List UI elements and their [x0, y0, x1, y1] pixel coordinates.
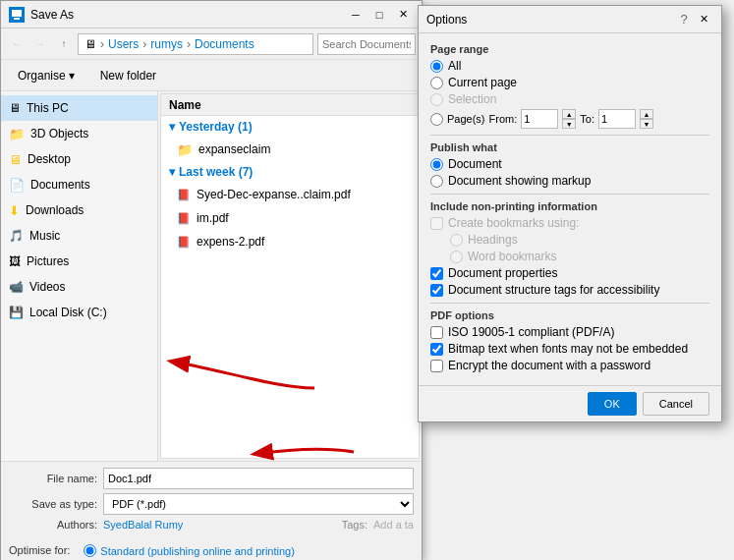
savetype-select[interactable]: PDF (*.pdf) — [103, 493, 414, 515]
search-input[interactable] — [317, 33, 416, 55]
up-button[interactable]: ↑ — [54, 34, 74, 54]
markup-label: Document showing markup — [448, 174, 591, 188]
back-button[interactable]: ← — [7, 34, 27, 54]
tags-placeholder[interactable]: Add a ta — [373, 519, 414, 531]
publish-what-label: Publish what — [430, 141, 709, 153]
organise-button[interactable]: Organise ▾ — [9, 65, 84, 86]
all-radio[interactable] — [430, 60, 443, 73]
doc-properties-checkbox[interactable] — [430, 267, 443, 280]
to-input[interactable] — [598, 109, 636, 129]
name-column-header: Name — [169, 98, 201, 112]
svg-rect-1 — [12, 10, 22, 17]
pages-radio[interactable] — [430, 113, 443, 126]
from-down-spinner[interactable]: ▼ — [562, 119, 576, 129]
dialog-title: Options — [426, 13, 674, 27]
word-bookmarks-radio — [450, 251, 463, 263]
documents-icon: 📄 — [9, 178, 25, 193]
downloads-icon: ⬇ — [9, 203, 20, 218]
list-item[interactable]: 📁 expanseclaim — [161, 138, 419, 161]
structure-tags-label: Document structure tags for accessibilit… — [448, 283, 659, 297]
list-item[interactable]: 📕 expens-2.pdf — [161, 230, 419, 253]
dialog-close-button[interactable]: ✕ — [694, 10, 713, 29]
to-up-spinner[interactable]: ▲ — [640, 109, 653, 119]
minimize-button[interactable]: ─ — [345, 4, 367, 26]
create-bookmarks-option: Create bookmarks using: — [430, 216, 709, 230]
document-label: Document — [448, 157, 502, 171]
sidebar-item-label: Pictures — [27, 254, 69, 268]
word-bookmarks-label: Word bookmarks — [468, 250, 556, 263]
dialog-footer: OK Cancel — [419, 385, 721, 421]
optimize-standard-label: Standard (publishing online and printing… — [100, 544, 295, 558]
breadcrumb-documents[interactable]: Documents — [195, 37, 254, 51]
pages-label: Page(s) — [447, 113, 485, 125]
maximize-button[interactable]: □ — [368, 4, 390, 26]
app-icon — [9, 7, 25, 23]
encrypt-option: Encrypt the document with a password — [430, 359, 709, 372]
file-group-yesterday[interactable]: ▾ Yesterday (1) — [161, 116, 419, 138]
ok-button[interactable]: OK — [588, 392, 637, 416]
authors-label: Authors: — [9, 519, 97, 531]
sidebar-item-3d-objects[interactable]: 📁 3D Objects — [1, 121, 157, 146]
dialog-cancel-button[interactable]: Cancel — [643, 392, 709, 416]
savetype-row: Save as type: PDF (*.pdf) — [9, 493, 414, 515]
markup-radio[interactable] — [430, 175, 443, 188]
file-name: expens-2.pdf — [197, 235, 264, 249]
optimize-standard-radio[interactable] — [84, 544, 96, 557]
page-range-selection: Selection — [430, 92, 709, 106]
from-input[interactable] — [521, 109, 558, 129]
file-list: Name ▾ Yesterday (1) 📁 expanseclaim ▾ La… — [160, 93, 420, 459]
doc-properties-label: Document properties — [448, 266, 557, 280]
sidebar-item-pictures[interactable]: 🖼 Pictures — [1, 249, 157, 274]
sidebar-item-desktop[interactable]: 🖥 Desktop — [1, 146, 157, 172]
forward-button[interactable]: → — [30, 34, 50, 54]
publish-markup: Document showing markup — [430, 174, 709, 188]
music-icon: 🎵 — [9, 229, 24, 243]
new-folder-button[interactable]: New folder — [91, 65, 165, 86]
authors-value[interactable]: SyedBalal Rumy — [103, 519, 183, 531]
tags-label: Tags: — [342, 519, 367, 531]
selection-radio — [430, 93, 443, 106]
pdf-icon: 📕 — [177, 189, 191, 201]
structure-tags-checkbox[interactable] — [430, 284, 443, 297]
sidebar-item-label: Downloads — [26, 203, 84, 217]
file-name: im.pdf — [197, 211, 229, 225]
to-down-spinner[interactable]: ▼ — [640, 119, 653, 129]
window-titlebar: Save As ─ □ ✕ — [1, 1, 422, 28]
from-up-spinner[interactable]: ▲ — [562, 109, 576, 119]
dialog-titlebar: Options ? ✕ — [419, 6, 721, 33]
current-page-label: Current page — [448, 76, 517, 89]
list-item[interactable]: 📕 im.pdf — [161, 206, 419, 230]
sidebar-item-downloads[interactable]: ⬇ Downloads — [1, 197, 157, 223]
document-radio[interactable] — [430, 158, 443, 171]
folder-icon: 📁 — [177, 142, 193, 157]
videos-icon: 📹 — [9, 280, 24, 294]
iso-checkbox[interactable] — [430, 326, 443, 339]
optimize-section: Optimise for: Standard (publishing onlin… — [1, 540, 422, 560]
help-button[interactable]: ? — [674, 10, 694, 29]
pdf-options-label: PDF options — [430, 309, 709, 321]
breadcrumb-rumys[interactable]: rumys — [150, 37, 183, 51]
3d-objects-icon: 📁 — [9, 127, 25, 141]
sidebar-item-local-disk[interactable]: 💾 Local Disk (C:) — [1, 300, 157, 325]
filename-input[interactable] — [103, 468, 414, 489]
current-page-radio[interactable] — [430, 77, 443, 89]
encrypt-checkbox[interactable] — [430, 360, 443, 372]
main-content: 🖥 This PC 📁 3D Objects 🖥 Desktop 📄 Docum… — [1, 91, 422, 461]
file-group-lastweek[interactable]: ▾ Last week (7) — [161, 161, 419, 183]
close-button[interactable]: ✕ — [392, 4, 414, 26]
bitmap-text-checkbox[interactable] — [430, 343, 443, 356]
organise-label: Organise — [18, 69, 66, 83]
authors-tags-row: Authors: SyedBalal Rumy Tags: Add a ta — [9, 519, 414, 531]
savetype-label: Save as type: — [9, 498, 97, 510]
file-list-header: Name — [161, 94, 419, 116]
sidebar-item-this-pc[interactable]: 🖥 This PC — [1, 95, 157, 121]
doc-properties-option: Document properties — [430, 266, 709, 280]
sidebar-item-music[interactable]: 🎵 Music — [1, 223, 157, 249]
list-item[interactable]: 📕 Syed-Dec-expanse..claim.pdf — [161, 183, 419, 206]
sidebar-item-videos[interactable]: 📹 Videos — [1, 274, 157, 300]
sidebar-item-documents[interactable]: 📄 Documents — [1, 172, 157, 197]
breadcrumb-users[interactable]: Users — [108, 37, 139, 51]
pdf-icon: 📕 — [177, 212, 191, 225]
structure-tags-option: Document structure tags for accessibilit… — [430, 283, 709, 297]
headings-label: Headings — [468, 233, 518, 247]
